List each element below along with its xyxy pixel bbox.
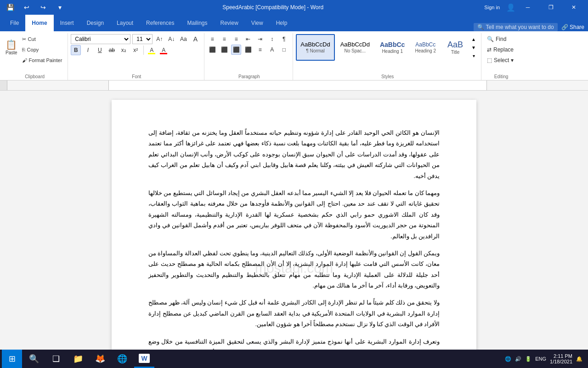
superscript-button[interactable]: x² xyxy=(130,45,141,55)
search-button[interactable]: 🔍 xyxy=(24,350,44,368)
tab-references[interactable]: References xyxy=(140,15,181,31)
style-heading1[interactable]: AaBbCc Heading 1 xyxy=(375,34,409,61)
windows-icon: ⊞ xyxy=(9,354,16,364)
decrease-indent-button[interactable]: ⇤ xyxy=(243,34,253,44)
tab-insert[interactable]: Insert xyxy=(54,15,80,31)
shading-button[interactable]: A xyxy=(267,45,277,55)
copy-button[interactable]: ⎘ Copy xyxy=(20,45,64,55)
cut-label: Cut xyxy=(28,36,36,42)
close-button[interactable]: ✕ xyxy=(563,0,584,15)
editing-group: 🔍 Find ⇄ Replace ⬚ Select ▾ Editing xyxy=(482,33,520,80)
paragraph-4: ولا يتحقق من ذلك كلم شيئاً ما لم تنظر ال… xyxy=(148,297,440,329)
word-button[interactable]: W xyxy=(134,350,154,368)
quick-access-toolbar: 💾 ↩ ↪ ▾ xyxy=(4,1,66,14)
share-button[interactable]: 🔗 Share xyxy=(561,24,584,30)
account-icon[interactable]: 👤 xyxy=(506,3,515,12)
document-area: الإنسان هو الكائن الحي الوحيد القادر على… xyxy=(0,91,588,356)
style-nospace[interactable]: AaBbCcDd No Spac... xyxy=(336,34,374,61)
customize-qat-button[interactable]: ▾ xyxy=(53,1,66,14)
style-up-button[interactable]: ▲ xyxy=(470,35,477,43)
tab-mailings[interactable]: Mailings xyxy=(181,15,214,31)
show-hide-button[interactable]: ¶ xyxy=(279,34,289,44)
grow-font-button[interactable]: A↑ xyxy=(154,34,164,44)
subscript-button[interactable]: x₂ xyxy=(119,45,129,55)
style-normal-preview: AaBbCcDd xyxy=(300,41,330,47)
style-down-button[interactable]: ▼ xyxy=(470,43,477,52)
underline-button[interactable]: U xyxy=(95,45,105,55)
style-nospace-name: No Spac... xyxy=(344,48,366,53)
tab-view[interactable]: View xyxy=(245,15,270,31)
select-label: Select ▾ xyxy=(494,57,514,63)
firefox-button[interactable]: 🦊 xyxy=(90,350,110,368)
increase-indent-button[interactable]: ⇥ xyxy=(255,34,265,44)
tab-design[interactable]: Design xyxy=(80,15,110,31)
align-right-button[interactable]: ⬛ xyxy=(231,45,241,55)
start-button[interactable]: ⊞ xyxy=(2,350,22,368)
font-color-icon: A xyxy=(162,47,165,53)
style-normal[interactable]: AaBbCcDd ¶ Normal xyxy=(296,34,334,61)
tab-review[interactable]: Review xyxy=(214,15,244,31)
bold-button[interactable]: B xyxy=(71,45,81,55)
format-painter-button[interactable]: 🖌 Format Painter xyxy=(20,55,64,65)
replace-button[interactable]: ⇄ Replace xyxy=(484,45,516,55)
notification-icon[interactable]: 🔔 xyxy=(576,356,582,362)
ruler-corner[interactable] xyxy=(0,80,7,90)
minimize-button[interactable]: ─ xyxy=(517,0,538,15)
tab-home[interactable]: Home xyxy=(25,15,53,31)
highlight-indicator xyxy=(148,53,155,54)
chrome-button[interactable]: 🌐 xyxy=(112,350,132,368)
center-button[interactable]: ⬛ xyxy=(219,45,229,55)
clear-formatting-button[interactable]: A xyxy=(190,34,200,44)
explorer-button[interactable]: 📁 xyxy=(68,350,88,368)
cut-icon: ✂ xyxy=(22,36,26,42)
font-group-label: Font xyxy=(69,74,204,79)
find-button[interactable]: 🔍 Find xyxy=(484,34,516,44)
window-controls: Sign in 👤 ─ ❐ ✕ xyxy=(480,0,584,15)
ribbon: File Home Insert Design Layout Reference… xyxy=(0,15,588,80)
shrink-font-button[interactable]: A↓ xyxy=(166,34,176,44)
firefox-icon: 🦊 xyxy=(95,354,105,364)
undo-button[interactable]: ↩ xyxy=(20,1,33,14)
italic-button[interactable]: I xyxy=(83,45,93,55)
sign-in-button[interactable]: Sign in xyxy=(480,2,504,13)
font-color-button[interactable]: A xyxy=(158,45,169,55)
change-case-button[interactable]: Aa xyxy=(178,34,188,44)
tab-help[interactable]: Help xyxy=(270,15,294,31)
bullets-button[interactable]: ≡ xyxy=(207,34,217,44)
paste-button[interactable]: 📋 Paste xyxy=(4,34,19,62)
system-clock: 2:11 PM 1/18/2021 xyxy=(550,353,572,364)
restore-button[interactable]: ❐ xyxy=(540,0,561,15)
sort-button[interactable]: ↕ xyxy=(267,34,277,44)
document-page: الإنسان هو الكائن الحي الوحيد القادر على… xyxy=(112,100,476,356)
paragraph-row-1: ≡ ≡ ≡ ⇤ ⇥ ↕ ¶ xyxy=(207,34,289,44)
font-size-select[interactable]: 11 12 14 xyxy=(132,34,153,44)
language-tray: ENG xyxy=(535,356,546,362)
tab-layout[interactable]: Layout xyxy=(110,15,140,31)
line-spacing-button[interactable]: ≡ xyxy=(255,45,265,55)
strikethrough-button[interactable]: ab xyxy=(107,45,117,55)
editing-buttons: 🔍 Find ⇄ Replace ⬚ Select ▾ xyxy=(484,34,516,73)
justify-button[interactable]: ⬛ xyxy=(243,45,253,55)
paragraph-group: ≡ ≡ ≡ ⇤ ⇥ ↕ ¶ ⬛ ⬛ ⬛ ⬛ ≡ A xyxy=(205,33,293,80)
save-button[interactable]: 💾 xyxy=(4,1,17,14)
styles-group: AaBbCcDd ¶ Normal AaBbCcDd No Spac... Aa… xyxy=(294,33,481,80)
borders-button[interactable]: □ xyxy=(279,45,289,55)
highlight-button[interactable]: A xyxy=(147,45,157,55)
document-scroll[interactable]: الإنسان هو الكائن الحي الوحيد القادر على… xyxy=(0,91,588,356)
cut-button[interactable]: ✂ Cut xyxy=(20,34,64,44)
style-title[interactable]: AaB Title xyxy=(441,34,469,61)
align-left-button[interactable]: ⬛ xyxy=(207,45,217,55)
multilevel-button[interactable]: ≡ xyxy=(231,34,241,44)
style-heading2[interactable]: AaBbCc Heading 2 xyxy=(410,34,441,61)
style-expand-button[interactable]: ▾ xyxy=(470,52,477,60)
select-button[interactable]: ⬚ Select ▾ xyxy=(484,55,516,65)
style-normal-name: ¶ Normal xyxy=(306,48,324,53)
font-name-select[interactable]: Calibri xyxy=(71,34,130,44)
task-view-button[interactable]: ❑ xyxy=(46,350,66,368)
paragraph-group-content: ≡ ≡ ≡ ⇤ ⇥ ↕ ¶ ⬛ ⬛ ⬛ ⬛ ≡ A xyxy=(207,34,289,80)
redo-button[interactable]: ↪ xyxy=(37,1,50,14)
numbering-button[interactable]: ≡ xyxy=(219,34,229,44)
tell-me-input[interactable]: 🔍 Tell me what you want to do xyxy=(474,23,557,31)
ruler-text-area xyxy=(108,80,487,90)
tab-file[interactable]: File xyxy=(4,15,25,31)
